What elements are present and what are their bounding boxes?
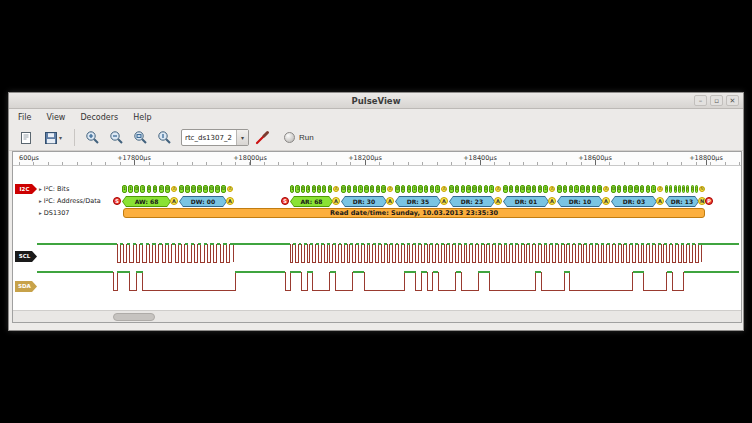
decoder-row-bits[interactable]: I²C: Bits bbox=[39, 185, 69, 193]
annotation-label: DR: 03 bbox=[611, 196, 657, 207]
ruler-minor-ticks bbox=[19, 162, 741, 165]
menu-file[interactable]: File bbox=[18, 113, 31, 122]
save-session-button[interactable]: ▾ bbox=[39, 127, 67, 148]
window-title: PulseView bbox=[352, 96, 401, 106]
maximize-button[interactable]: ▫ bbox=[710, 95, 723, 106]
ruler-major-tick bbox=[706, 160, 707, 165]
i2c-ack-annotation: A bbox=[548, 197, 556, 205]
trace-view[interactable]: 11010000A00000000A11010001A00110000A0011… bbox=[13, 166, 741, 311]
probe-settings-button[interactable] bbox=[252, 127, 273, 148]
annotation-label: DR: 30 bbox=[341, 196, 387, 207]
horizontal-scrollbar[interactable] bbox=[13, 310, 741, 322]
i2c-ack-annotation: A bbox=[386, 197, 394, 205]
i2c-data-read-annotation: DR: 35 bbox=[395, 196, 441, 207]
zoom-out-icon bbox=[109, 130, 124, 145]
i2c-data-read-annotation: DR: 01 bbox=[503, 196, 549, 207]
annotation-label: AR: 68 bbox=[290, 196, 333, 207]
row-label-text: I²C: Bits bbox=[44, 185, 70, 193]
new-session-icon bbox=[19, 131, 33, 145]
toolbar-separator bbox=[74, 129, 75, 146]
ds1307-summary-annotation: Read date/time: Sunday, 10.03.2013 23:35… bbox=[123, 208, 705, 218]
i2c-ack-annotation: A bbox=[494, 197, 502, 205]
ruler-major-tick bbox=[595, 160, 596, 165]
i2c-addr-read-annotation: AR: 68 bbox=[290, 196, 333, 207]
scrollbar-thumb[interactable] bbox=[113, 313, 155, 321]
row-label-text: I²C: Address/Data bbox=[44, 197, 101, 205]
i2c-data-read-annotation: DR: 23 bbox=[449, 196, 495, 207]
i2c-start-annotation: S bbox=[113, 197, 121, 205]
i2c-data-read-annotation: DR: 30 bbox=[341, 196, 387, 207]
zoom-one-to-one-button[interactable] bbox=[154, 127, 175, 148]
chevron-down-icon: ▾ bbox=[236, 130, 248, 145]
i2c-ack-annotation: A bbox=[226, 197, 234, 205]
i2c-ack-annotation: A bbox=[170, 197, 178, 205]
annotation-label: DR: 23 bbox=[449, 196, 495, 207]
i2c-start-annotation: S bbox=[281, 197, 289, 205]
run-button[interactable]: Run bbox=[284, 132, 314, 143]
screen-background: PulseView – ▫ ✕ File View Decoders Help bbox=[0, 0, 752, 423]
i2c-data-write-annotation: DW: 00 bbox=[179, 196, 227, 207]
i2c-ack-annotation: A bbox=[656, 197, 664, 205]
combobox-value: rtc_ds1307_2 bbox=[182, 134, 236, 142]
save-session-icon bbox=[44, 131, 58, 145]
titlebar[interactable]: PulseView – ▫ ✕ bbox=[9, 93, 743, 109]
zoom-out-button[interactable] bbox=[106, 127, 127, 148]
ruler-major-tick bbox=[250, 160, 251, 165]
window-controls: – ▫ ✕ bbox=[694, 95, 739, 106]
menu-decoders[interactable]: Decoders bbox=[80, 113, 118, 122]
menu-view[interactable]: View bbox=[46, 113, 65, 122]
ruler-major-tick bbox=[134, 160, 135, 165]
i2c-data-read-annotation: DR: 03 bbox=[611, 196, 657, 207]
i2c-ack-annotation: A bbox=[332, 197, 340, 205]
close-button[interactable]: ✕ bbox=[726, 95, 739, 106]
ruler-major-tick bbox=[480, 160, 481, 165]
zoom-in-button[interactable] bbox=[82, 127, 103, 148]
run-label: Run bbox=[299, 133, 314, 142]
scl-waveform bbox=[13, 240, 741, 268]
probe-icon bbox=[255, 130, 270, 145]
sda-waveform bbox=[13, 268, 741, 296]
new-session-button[interactable] bbox=[15, 127, 36, 148]
decoder-row-ds1307[interactable]: DS1307 bbox=[39, 209, 69, 217]
capture-view: 600µs +17800µs +18000µs +18200µs +18400µ… bbox=[12, 151, 742, 323]
row-label-text: DS1307 bbox=[44, 209, 70, 217]
zoom-in-icon bbox=[85, 130, 100, 145]
i2c-data-read-annotation: DR: 10 bbox=[557, 196, 603, 207]
decoder-row-address-data[interactable]: I²C: Address/Data bbox=[39, 197, 101, 205]
annotation-label: DR: 35 bbox=[395, 196, 441, 207]
run-led-icon bbox=[284, 132, 295, 143]
annotation-label: DR: 01 bbox=[503, 196, 549, 207]
menu-bar: File View Decoders Help bbox=[9, 109, 743, 125]
ruler-label: 600µs bbox=[19, 154, 39, 162]
menu-help[interactable]: Help bbox=[133, 113, 151, 122]
i2c-data-read-annotation: DR: 13 bbox=[665, 196, 699, 207]
annotation-label: AW: 68 bbox=[122, 196, 171, 207]
i2c-ack-annotation: A bbox=[602, 197, 610, 205]
chevron-down-icon: ▾ bbox=[59, 134, 62, 141]
i2c-addr-write-annotation: AW: 68 bbox=[122, 196, 171, 207]
annotation-label: DR: 10 bbox=[557, 196, 603, 207]
zoom-one-to-one-icon bbox=[157, 130, 172, 145]
i2c-stop-annotation: P bbox=[705, 197, 713, 205]
pulseview-window: PulseView – ▫ ✕ File View Decoders Help bbox=[8, 92, 744, 331]
zoom-fit-button[interactable] bbox=[130, 127, 151, 148]
annotation-label: DW: 00 bbox=[179, 196, 227, 207]
toolbar: ▾ bbox=[9, 125, 743, 151]
ruler-major-tick bbox=[365, 160, 366, 165]
zoom-fit-icon bbox=[133, 130, 148, 145]
i2c-ack-annotation: A bbox=[440, 197, 448, 205]
timeline-ruler[interactable]: 600µs +17800µs +18000µs +18200µs +18400µ… bbox=[13, 152, 741, 166]
minimize-button[interactable]: – bbox=[694, 95, 707, 106]
annotation-label: DR: 13 bbox=[665, 196, 699, 207]
session-file-combobox[interactable]: rtc_ds1307_2 ▾ bbox=[181, 129, 249, 146]
